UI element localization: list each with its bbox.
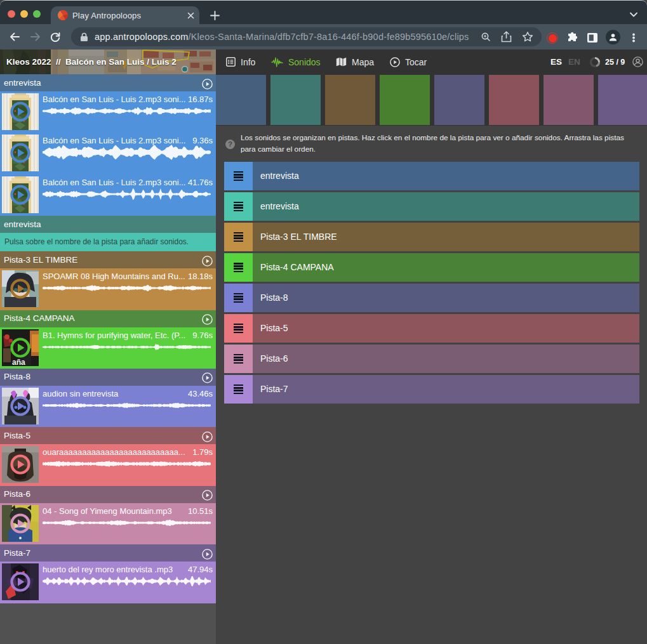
svg-text:aña: aña — [12, 358, 25, 366]
